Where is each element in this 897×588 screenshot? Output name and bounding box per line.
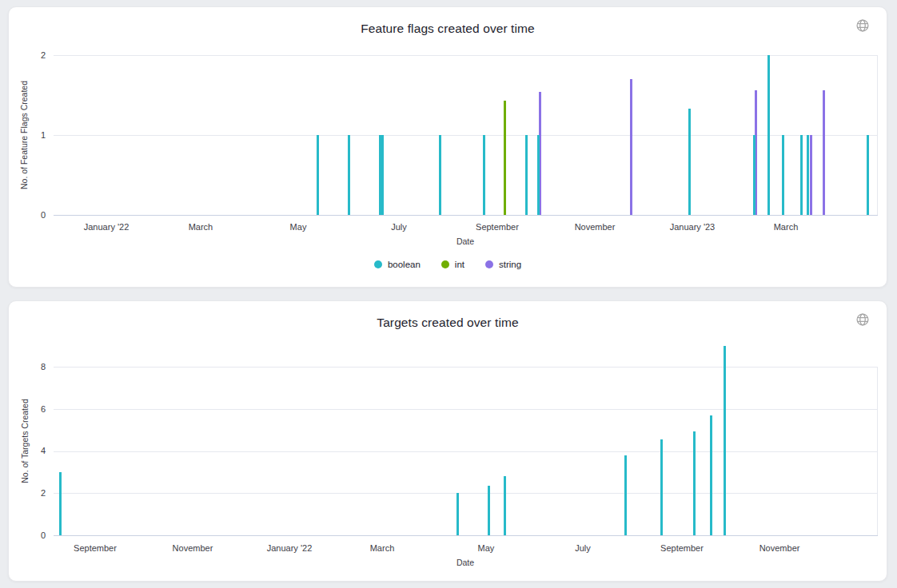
y-tick-label: 0 [9, 210, 46, 220]
x-tick-label: November [732, 543, 827, 554]
x-tick-label: November [145, 543, 241, 554]
plot-right-border [877, 55, 878, 215]
x-tick-label: January '22 [241, 543, 337, 554]
gridline [54, 367, 877, 368]
x-tick-label: September [47, 543, 143, 554]
x-axis-line [54, 535, 878, 536]
bar-boolean[interactable] [381, 135, 384, 215]
bar-string[interactable] [823, 90, 825, 215]
bar-boolean[interactable] [348, 135, 350, 215]
y-tick-label: 2 [9, 488, 46, 499]
targets-plot-area: 02468SeptemberNovemberJanuary '22MarchMa… [9, 301, 887, 581]
legend-item-boolean[interactable]: boolean [374, 260, 421, 269]
gridline [54, 55, 877, 56]
bar-boolean[interactable] [767, 55, 770, 215]
bar-targets[interactable] [724, 346, 726, 535]
x-tick-label: May [438, 543, 534, 554]
feature-flags-legend: booleanintstring [9, 260, 887, 269]
y-axis-title: No. of Targets Created [20, 399, 30, 483]
y-tick-label: 2 [9, 50, 46, 61]
legend-label: string [499, 260, 521, 269]
legend-label: int [455, 260, 464, 269]
int-series-marker-icon [441, 260, 449, 268]
plot-right-border [877, 367, 878, 535]
bar-int[interactable] [504, 101, 506, 215]
x-axis-title: Date [54, 558, 877, 567]
bar-boolean[interactable] [800, 135, 803, 215]
x-tick-label: March [738, 222, 834, 232]
x-tick-label: March [153, 222, 249, 232]
bar-targets[interactable] [504, 476, 506, 535]
x-tick-label: May [250, 222, 346, 232]
bar-targets[interactable] [660, 439, 663, 535]
x-axis-title: Date [54, 236, 877, 246]
gridline [54, 409, 877, 410]
x-tick-label: July [535, 543, 631, 554]
x-tick-label: July [351, 222, 447, 232]
feature-flags-chart-card: Feature flags created over time 012Janua… [8, 6, 887, 288]
analytics-page: { "ui": { "card_action_icon": "globe-ico… [0, 0, 897, 588]
bar-boolean[interactable] [782, 135, 784, 215]
string-series-marker-icon [485, 260, 493, 268]
y-axis-title: No. of Feature Flags Created [19, 81, 29, 189]
bar-boolean[interactable] [439, 135, 441, 215]
bar-boolean[interactable] [688, 109, 691, 215]
targets-chart-card: Targets created over time 02468September… [8, 300, 887, 582]
bar-string[interactable] [630, 79, 632, 215]
bar-targets[interactable] [456, 493, 459, 535]
bar-targets[interactable] [624, 455, 627, 535]
x-tick-label: November [547, 222, 643, 232]
bar-targets[interactable] [488, 486, 490, 535]
bar-boolean[interactable] [867, 135, 869, 215]
bar-boolean[interactable] [807, 135, 809, 215]
gridline [54, 493, 877, 494]
x-tick-label: January '23 [644, 222, 740, 232]
x-tick-label: September [634, 543, 730, 554]
bar-boolean[interactable] [537, 135, 540, 215]
x-tick-label: September [449, 222, 545, 232]
x-tick-label: January '22 [58, 222, 154, 232]
bar-boolean[interactable] [753, 135, 755, 215]
x-tick-label: March [334, 543, 430, 554]
bar-targets[interactable] [59, 472, 62, 535]
bar-string[interactable] [810, 135, 812, 215]
boolean-series-marker-icon [374, 260, 382, 268]
gridline [54, 451, 877, 452]
bar-targets[interactable] [693, 431, 696, 535]
x-axis-line [54, 215, 878, 216]
y-tick-label: 0 [9, 530, 46, 541]
bar-boolean[interactable] [317, 135, 319, 215]
legend-item-string[interactable]: string [485, 260, 521, 269]
legend-label: boolean [388, 260, 421, 269]
feature-flags-plot-area: 012January '22MarchMayJulySeptemberNovem… [9, 7, 887, 287]
y-tick-label: 8 [9, 362, 46, 372]
legend-item-int[interactable]: int [441, 260, 464, 269]
bar-boolean[interactable] [525, 135, 528, 215]
bar-targets[interactable] [710, 415, 712, 535]
bar-boolean[interactable] [483, 135, 485, 215]
